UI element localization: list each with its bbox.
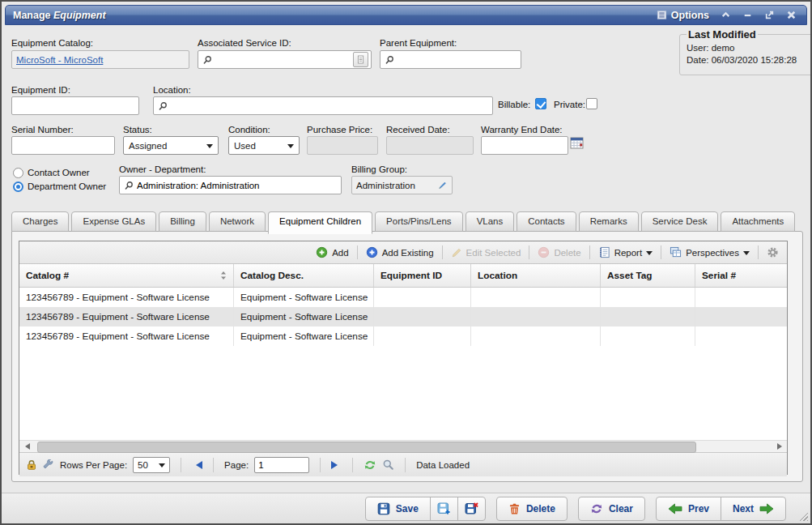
- billing-group-field: Administration: [351, 176, 453, 194]
- edit-selected-button[interactable]: Edit Selected: [448, 245, 525, 260]
- pager-divider: [405, 458, 406, 472]
- tab-network[interactable]: Network: [209, 211, 266, 232]
- scrollbar-thumb[interactable]: [37, 442, 696, 453]
- warranty-end-date-input[interactable]: [486, 141, 563, 151]
- minus-circle-red-icon: [538, 246, 550, 258]
- perspectives-button[interactable]: Perspectives: [666, 245, 753, 260]
- horizontal-scrollbar[interactable]: [19, 440, 787, 452]
- purchase-price-field: [307, 136, 378, 155]
- status-select[interactable]: Assigned: [123, 136, 219, 155]
- table-row[interactable]: 123456789 - Equipment - Software License…: [19, 307, 787, 327]
- equipment-id-input[interactable]: [16, 101, 134, 111]
- page-input[interactable]: [254, 457, 309, 473]
- search-icon: [124, 181, 134, 190]
- footer-toolbar: Save Delete Clear: [2, 493, 810, 523]
- calendar-icon[interactable]: [570, 136, 585, 151]
- prev-page-icon[interactable]: [192, 461, 202, 469]
- location-input[interactable]: [171, 101, 488, 111]
- column-header-location[interactable]: Location: [471, 264, 601, 287]
- column-header-equipment-id[interactable]: Equipment ID: [374, 264, 471, 287]
- billable-label: Billable:: [498, 100, 530, 109]
- parent-equipment-field[interactable]: [380, 50, 521, 69]
- report-button[interactable]: Report: [595, 245, 657, 260]
- wrench-icon[interactable]: [43, 459, 54, 471]
- owner-department-field[interactable]: [119, 176, 342, 194]
- table-row[interactable]: 123456789 - Equipment - Software License…: [19, 288, 787, 307]
- arrow-right-green-icon: [759, 503, 774, 514]
- prev-button[interactable]: Prev: [656, 497, 721, 521]
- tab-ports-pins-lens[interactable]: Ports/Pins/Lens: [375, 211, 463, 232]
- scroll-right-arrow[interactable]: [775, 441, 787, 452]
- equipment-catalog-label: Equipment Catalog:: [11, 38, 93, 48]
- column-header-serial[interactable]: Serial #: [695, 264, 787, 287]
- add-existing-button[interactable]: Add Existing: [363, 245, 437, 260]
- serial-number-input[interactable]: [16, 141, 110, 151]
- grid-toolbar: Add Add Existing Edit Selected: [19, 241, 787, 264]
- save-button[interactable]: Save: [365, 497, 431, 521]
- equipment-id-field[interactable]: [11, 96, 139, 115]
- condition-select[interactable]: Used: [228, 136, 300, 155]
- associated-service-id-input[interactable]: [215, 55, 350, 65]
- billing-group-value: Administration: [356, 181, 434, 190]
- refresh-icon[interactable]: [363, 459, 376, 472]
- tab-equipment-children[interactable]: Equipment Children: [268, 211, 372, 234]
- manage-equipment-window: Manage Equipment Options Equipmen: [0, 0, 812, 525]
- received-date-field: [386, 136, 474, 155]
- rows-per-page-select[interactable]: 50: [133, 457, 170, 473]
- add-button[interactable]: Add: [312, 245, 351, 260]
- grid-settings-button[interactable]: [763, 245, 782, 260]
- associated-service-id-field[interactable]: [198, 50, 372, 69]
- tab-expense-glas[interactable]: Expense GLAs: [71, 211, 156, 232]
- search-grid-icon[interactable]: [382, 459, 394, 471]
- save-and-close-button[interactable]: [457, 497, 486, 521]
- clear-button[interactable]: Clear: [578, 497, 645, 521]
- save-and-new-button[interactable]: [430, 497, 458, 521]
- location-label: Location:: [153, 85, 191, 95]
- window-title: Manage Equipment: [6, 10, 106, 21]
- contact-owner-radio[interactable]: [13, 168, 23, 178]
- received-date-label: Received Date:: [386, 125, 450, 134]
- sort-icon[interactable]: [220, 271, 227, 280]
- close-icon[interactable]: [786, 10, 797, 20]
- column-header-catalog-desc[interactable]: Catalog Desc.: [234, 264, 374, 287]
- edit-pencil-icon[interactable]: [437, 180, 448, 190]
- options-button[interactable]: Options: [657, 10, 709, 21]
- equipment-catalog-link[interactable]: MicroSoft - MicroSoft: [16, 55, 103, 65]
- scroll-left-arrow[interactable]: [19, 441, 32, 452]
- lock-icon[interactable]: [26, 459, 37, 471]
- save-icon: [377, 502, 390, 515]
- tab-contacts[interactable]: Contacts: [517, 211, 576, 232]
- table-row[interactable]: 123456789 - Equipment - Software License…: [19, 327, 787, 346]
- serial-number-field[interactable]: [11, 136, 115, 155]
- chevron-down-icon: [743, 251, 750, 258]
- tab-charges[interactable]: Charges: [11, 211, 69, 232]
- titlebar: Manage Equipment Options: [5, 5, 807, 25]
- tab-attachments[interactable]: Attachments: [721, 211, 795, 232]
- owner-department-input[interactable]: [137, 181, 337, 190]
- service-lookup-button[interactable]: [353, 52, 368, 67]
- collapse-icon[interactable]: [721, 10, 731, 20]
- location-field[interactable]: [153, 96, 493, 115]
- delete-row-button[interactable]: Delete: [534, 245, 584, 260]
- rows-per-page-label: Rows Per Page:: [60, 460, 127, 470]
- column-header-catalog-num[interactable]: Catalog #: [19, 264, 234, 287]
- pager-divider: [181, 458, 181, 472]
- tab-billing[interactable]: Billing: [159, 211, 206, 232]
- department-owner-radio[interactable]: [13, 181, 23, 192]
- billable-checkbox[interactable]: [535, 98, 546, 109]
- tab-service-desk[interactable]: Service Desk: [641, 211, 719, 232]
- warranty-end-date-field[interactable]: [481, 136, 568, 155]
- search-icon: [158, 101, 168, 111]
- popout-icon[interactable]: [764, 10, 775, 20]
- warranty-end-date-label: Warranty End Date:: [481, 125, 563, 134]
- column-header-asset-tag[interactable]: Asset Tag: [601, 264, 695, 287]
- minimize-icon[interactable]: [742, 10, 753, 20]
- delete-button[interactable]: Delete: [496, 497, 568, 521]
- parent-equipment-input[interactable]: [397, 55, 517, 65]
- tab-vlans[interactable]: VLans: [466, 211, 515, 232]
- private-checkbox[interactable]: [586, 98, 597, 109]
- equipment-children-grid: Add Add Existing Edit Selected: [19, 241, 788, 475]
- tab-remarks[interactable]: Remarks: [579, 211, 639, 232]
- next-button[interactable]: Next: [721, 497, 786, 521]
- next-page-icon[interactable]: [331, 461, 342, 469]
